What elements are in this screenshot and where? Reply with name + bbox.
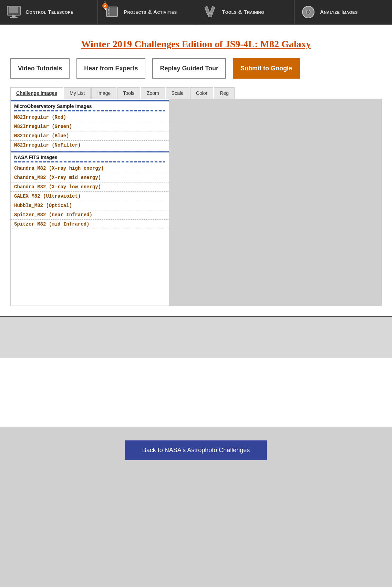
list-item[interactable]: M82Irregular (Blue) xyxy=(11,131,169,141)
section-nasa-fits-header: NASA FITS Images xyxy=(11,151,169,161)
svg-rect-1 xyxy=(9,7,18,13)
disk-icon xyxy=(301,4,316,20)
svg-rect-12 xyxy=(208,13,212,17)
nav-projects-activities[interactable]: 123 Projects & Activities xyxy=(98,0,196,24)
list-item[interactable]: GALEX_M82 (Ultraviolet) xyxy=(11,192,169,201)
nav-control-telescope[interactable]: Control Telescope xyxy=(0,0,98,24)
tools-icon xyxy=(203,4,218,20)
main-content: Winter 2019 Challenges Edition of JS9-4L… xyxy=(0,25,392,316)
list-item[interactable]: Chandra_M82 (X-ray mid energy) xyxy=(11,173,169,182)
svg-rect-2 xyxy=(12,15,16,17)
list-item[interactable]: Chandra_M82 (X-ray low energy) xyxy=(11,182,169,192)
bottom-bar: Back to NASA's Astrophoto Challenges xyxy=(0,427,392,474)
svg-point-15 xyxy=(308,11,309,13)
section-micro-observatory-header: MicroObservatory Sample Images xyxy=(11,100,169,110)
tab-reg[interactable]: Reg xyxy=(214,87,235,99)
tab-challenge-images[interactable]: Challenge Images xyxy=(10,87,63,99)
bottom-area xyxy=(0,316,392,358)
list-item[interactable]: M82Irregular (Red) xyxy=(11,113,169,122)
nav-tools-training[interactable]: Tools & Training xyxy=(196,0,295,24)
tab-tools[interactable]: Tools xyxy=(117,87,140,99)
top-navigation: Control Telescope 123 Projects & Activit… xyxy=(0,0,392,25)
list-item[interactable]: Hubble_M82 (Optical) xyxy=(11,201,169,210)
tab-my-list[interactable]: My List xyxy=(64,87,91,99)
list-item[interactable]: Spitzer_M82 (near Infrared) xyxy=(11,210,169,220)
section-divider-2 xyxy=(14,161,165,162)
book-icon: 123 xyxy=(104,4,120,20)
nav-control-telescope-label: Control Telescope xyxy=(25,9,73,16)
list-item[interactable]: Chandra_M82 (X-ray high energy) xyxy=(11,164,169,173)
tab-zoom[interactable]: Zoom xyxy=(141,87,165,99)
video-tutorials-button[interactable]: Video Tutorials xyxy=(10,58,70,79)
spacer-area xyxy=(0,358,392,427)
nav-projects-activities-label: Projects & Activities xyxy=(124,9,177,16)
nav-tools-training-label: Tools & Training xyxy=(222,9,264,16)
list-item[interactable]: M82Irregular (NoFilter) xyxy=(11,141,169,150)
section-divider-1 xyxy=(14,110,165,111)
replay-guided-tour-button[interactable]: Replay Guided Tour xyxy=(152,58,226,79)
back-button[interactable]: Back to NASA's Astrophoto Challenges xyxy=(125,440,267,460)
tab-color[interactable]: Color xyxy=(190,87,213,99)
svg-rect-3 xyxy=(10,17,18,18)
image-view-panel xyxy=(169,99,381,306)
hear-from-experts-button[interactable]: Hear from Experts xyxy=(76,58,145,79)
list-item[interactable]: M82Irregular (Green) xyxy=(11,122,169,131)
monitor-icon xyxy=(6,4,21,20)
action-buttons-row: Video Tutorials Hear from Experts Replay… xyxy=(10,58,382,79)
tabs-row: Challenge Images My List Image Tools Zoo… xyxy=(10,87,382,99)
submit-to-google-button[interactable]: Submit to Google xyxy=(233,58,300,79)
tab-image[interactable]: Image xyxy=(91,87,116,99)
nav-analyze-images-label: Analyze Images xyxy=(320,9,358,16)
nav-analyze-images[interactable]: Analyze Images xyxy=(295,0,392,24)
image-list-panel: MicroObservatory Sample Images M82Irregu… xyxy=(11,99,169,306)
list-item[interactable]: Spitzer_M82 (mid Infrared) xyxy=(11,220,169,229)
tab-scale[interactable]: Scale xyxy=(166,87,189,99)
svg-rect-4 xyxy=(106,7,117,17)
page-title: Winter 2019 Challenges Edition of JS9-4L… xyxy=(10,32,382,58)
content-area: MicroObservatory Sample Images M82Irregu… xyxy=(10,99,382,306)
